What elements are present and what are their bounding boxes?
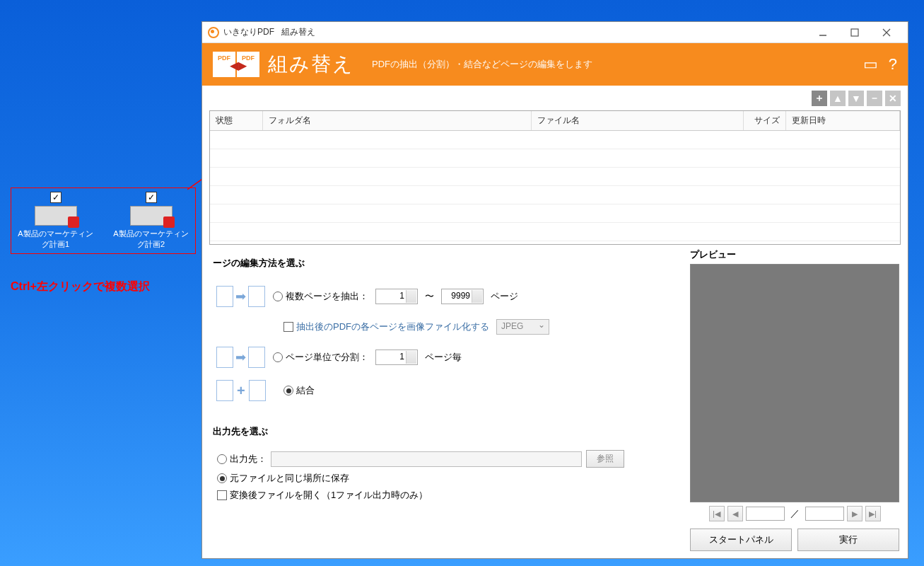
combine-radio[interactable]: 結合 xyxy=(283,384,315,397)
edit-section-title: ージの編集方法を選ぶ xyxy=(213,257,671,270)
total-pages xyxy=(805,507,844,521)
svg-rect-3 xyxy=(851,29,858,36)
imagize-checkbox[interactable]: 抽出後のPDFの各ページを画像ファイル化する xyxy=(283,320,489,333)
extract-from-input[interactable]: 1 xyxy=(375,289,418,304)
col-status[interactable]: 状態 xyxy=(210,111,263,130)
output-path-input[interactable] xyxy=(271,451,582,467)
help-icon[interactable]: ? xyxy=(889,55,897,74)
output-section-title: 出力先を選ぶ xyxy=(213,425,671,438)
window-controls xyxy=(807,23,902,42)
preview-area xyxy=(690,264,899,502)
preview-nav: |◀ ◀ ／ ▶ ▶| xyxy=(690,506,899,521)
start-panel-button[interactable]: スタートパネル xyxy=(690,529,792,551)
app-window: いきなりPDF 組み替え PDF ◀▶ PDF 組み替え PDFの抽出（分割）・… xyxy=(201,21,908,559)
file-checkbox-icon: ✓ xyxy=(146,192,157,203)
extract-icon: ➡ xyxy=(216,282,266,311)
execute-button[interactable]: 実行 xyxy=(797,529,899,551)
pdf-thumbnail xyxy=(35,206,77,226)
header-subtitle: PDFの抽出（分割）・結合などページの編集をします xyxy=(372,58,592,71)
desktop-file-1[interactable]: ✓ A製品のマーケティング計画1 xyxy=(15,192,96,250)
current-page-input[interactable] xyxy=(746,507,785,521)
pdf-thumbnail xyxy=(130,206,172,226)
app-icon xyxy=(208,27,219,38)
last-page-button[interactable]: ▶| xyxy=(865,506,881,521)
combine-row: + 結合 xyxy=(216,380,667,401)
file-checkbox-icon: ✓ xyxy=(50,192,62,203)
first-page-button[interactable]: |◀ xyxy=(709,506,725,521)
imagize-row: 抽出後のPDFの各ページを画像ファイル化する JPEG xyxy=(283,319,667,335)
col-date[interactable]: 更新日時 xyxy=(786,111,900,130)
move-up-button[interactable]: ▲ xyxy=(830,91,846,106)
col-file[interactable]: ファイル名 xyxy=(532,111,744,130)
edit-section: ➡ 複数ページを抽出： 1 〜 9999 ページ 抽出後のPDFの各 xyxy=(209,275,674,417)
move-down-button[interactable]: ▼ xyxy=(848,91,864,106)
extract-row: ➡ 複数ページを抽出： 1 〜 9999 ページ xyxy=(216,282,667,311)
browse-button[interactable]: 参照 xyxy=(586,450,624,468)
col-size[interactable]: サイズ xyxy=(744,111,786,130)
app-name: いきなりPDF xyxy=(223,26,274,38)
output-dest-radio[interactable]: 出力先： xyxy=(217,453,267,466)
next-page-button[interactable]: ▶ xyxy=(847,506,862,521)
extract-radio[interactable]: 複数ページを抽出： xyxy=(273,290,368,303)
split-icon: ➡ xyxy=(216,343,266,371)
clear-button[interactable]: ✕ xyxy=(885,91,901,106)
split-radio[interactable]: ページ単位で分割： xyxy=(273,351,368,364)
desktop-file-2[interactable]: ✓ A製品のマーケティング計画2 xyxy=(110,192,192,250)
list-toolbar: ＋ ▲ ▼ － ✕ xyxy=(202,86,908,110)
col-folder[interactable]: フォルダ名 xyxy=(263,111,532,130)
desktop-selection-box: ✓ A製品のマーケティング計画1 ✓ A製品のマーケティング計画2 xyxy=(11,187,196,254)
minimize-button[interactable] xyxy=(807,23,838,42)
close-button[interactable] xyxy=(870,23,902,42)
image-format-select[interactable]: JPEG xyxy=(496,319,549,335)
add-button[interactable]: ＋ xyxy=(812,91,827,106)
annotation-text: Ctrl+左クリックで複数選択 xyxy=(11,279,150,294)
prev-page-button[interactable]: ◀ xyxy=(727,506,743,521)
maximize-button[interactable] xyxy=(838,23,870,42)
output-section: 出力先： 参照 元ファイルと同じ場所に保存 変換後ファイルを開く（1ファイル出力… xyxy=(209,444,674,512)
split-value-input[interactable]: 1 xyxy=(375,350,418,365)
same-location-radio[interactable]: 元ファイルと同じ場所に保存 xyxy=(217,472,349,485)
extract-to-input[interactable]: 9999 xyxy=(441,289,484,304)
table-body[interactable] xyxy=(210,131,900,243)
header-title: 組み替え xyxy=(268,51,354,78)
titlebar[interactable]: いきなりPDF 組み替え xyxy=(202,22,908,43)
file-label: A製品のマーケティング計画1 xyxy=(15,229,96,250)
split-row: ➡ ページ単位で分割： 1 ページ毎 xyxy=(216,343,667,371)
rearrange-icon: PDF ◀▶ PDF xyxy=(213,52,259,77)
file-table[interactable]: 状態 フォルダ名 ファイル名 サイズ 更新日時 xyxy=(209,110,901,245)
preview-label: プレビュー xyxy=(690,248,899,261)
app-header: PDF ◀▶ PDF 組み替え PDFの抽出（分割）・結合などページの編集をしま… xyxy=(202,43,908,86)
combine-icon: + xyxy=(216,380,276,401)
mode-name: 組み替え xyxy=(281,26,315,38)
file-label: A製品のマーケティング計画2 xyxy=(110,229,192,250)
table-header: 状態 フォルダ名 ファイル名 サイズ 更新日時 xyxy=(210,111,900,131)
open-after-checkbox[interactable]: 変換後ファイルを開く（1ファイル出力時のみ） xyxy=(217,489,428,502)
remove-button[interactable]: － xyxy=(867,91,882,106)
preview-panel: プレビュー |◀ ◀ ／ ▶ ▶| スタートパネル 実行 xyxy=(682,248,908,558)
book-icon[interactable]: ▭ xyxy=(863,55,878,74)
